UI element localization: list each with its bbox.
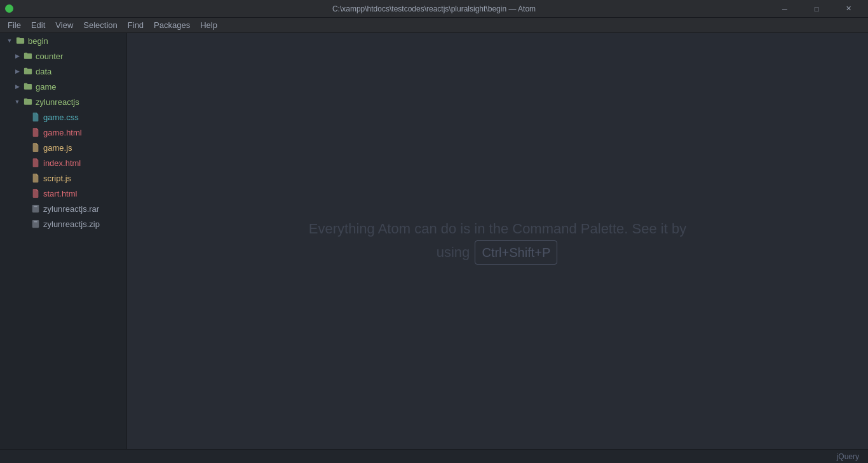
menu-item-help[interactable]: Help [195,19,222,31]
sidebar-item-game-html[interactable]: game.html [0,125,126,140]
sidebar-item-label: counter [36,52,63,61]
menu-bar: FileEditViewSelectionFindPackagesHelp [0,18,868,33]
sidebar-item-game[interactable]: game [0,79,126,94]
sidebar-item-start-html[interactable]: start.html [0,186,126,201]
sidebar-file-label: script.js [43,174,71,183]
sidebar-file-label: start.html [43,189,77,198]
menu-item-find[interactable]: Find [123,19,149,31]
sidebar-file-label: zylunreactjs.rar [43,204,99,214]
menu-item-edit[interactable]: Edit [26,19,50,31]
svg-rect-1 [34,206,37,207]
folder-icon [23,51,33,61]
sidebar-item-zylunreactjs-zip[interactable]: zylunreactjs.zip [0,216,126,232]
shortcut-key: Ctrl+Shift+P [475,240,557,265]
maximize-button[interactable]: □ [802,0,831,18]
arrow-icon [5,36,14,45]
window-title: C:\xampp\htdocs\testcodes\reactjs\plural… [0,4,868,13]
file-icon [31,219,41,229]
close-button[interactable]: ✕ [834,0,863,18]
sidebar-item-counter[interactable]: counter [0,48,126,64]
welcome-message: Everything Atom can do is in the Command… [309,218,686,264]
sidebar-item-game-css[interactable]: game.css [0,109,126,125]
folder-icon [23,81,33,92]
sidebar-item-label: game [36,82,57,92]
sidebar-item-label: data [36,67,51,76]
folder-icon [23,97,33,107]
sidebar-item-index-html[interactable]: index.html [0,155,126,170]
status-jquery[interactable]: jQuery [833,452,863,461]
menu-item-view[interactable]: View [50,19,78,31]
arrow-icon [13,97,22,106]
sidebar-item-label: zylunreactjs [36,97,79,107]
title-bar: C:\xampp\htdocs\testcodes\reactjs\plural… [0,0,868,18]
sidebar-item-zylunreactjs[interactable]: zylunreactjs [0,94,126,109]
file-icon [31,188,41,198]
file-icon [31,158,41,168]
minimize-button[interactable]: ─ [770,0,799,18]
sidebar-item-game-js[interactable]: game.js [0,140,126,155]
traffic-lights [5,4,13,13]
sidebar-file-label: zylunreactjs.zip [43,219,100,229]
sidebar-file-label: game.js [43,143,72,153]
main-layout: begin counter data game zylunreactjs gam… [0,33,868,449]
folder-icon [15,36,25,46]
sidebar-file-label: game.css [43,113,79,122]
file-icon [31,112,41,122]
sidebar-file-label: index.html [43,158,81,168]
sidebar[interactable]: begin counter data game zylunreactjs gam… [0,33,127,449]
file-icon [31,142,41,153]
welcome-line1: Everything Atom can do is in the Command… [309,218,686,240]
sidebar-root-begin[interactable]: begin [0,33,126,48]
file-icon [31,127,41,137]
folder-icon [23,66,33,76]
file-icon [31,204,41,214]
menu-item-selection[interactable]: Selection [78,19,122,31]
welcome-line2: using Ctrl+Shift+P [309,240,686,265]
sidebar-item-data[interactable]: data [0,64,126,79]
sidebar-root-label: begin [28,36,48,46]
traffic-light-green[interactable] [5,4,13,13]
window-controls: ─ □ ✕ [770,0,863,18]
file-icon [31,173,41,183]
menu-item-packages[interactable]: Packages [149,19,195,31]
welcome-line2-text: using [437,244,474,260]
menu-item-file[interactable]: File [3,19,26,31]
sidebar-file-label: game.html [43,128,82,137]
arrow-icon [13,82,22,91]
status-bar: jQuery [0,449,868,463]
sidebar-item-script-js[interactable]: script.js [0,170,126,186]
editor-area: Everything Atom can do is in the Command… [127,33,868,449]
arrow-icon [13,67,22,76]
arrow-icon [13,52,22,60]
sidebar-item-zylunreactjs-rar[interactable]: zylunreactjs.rar [0,201,126,216]
svg-rect-3 [34,221,37,223]
